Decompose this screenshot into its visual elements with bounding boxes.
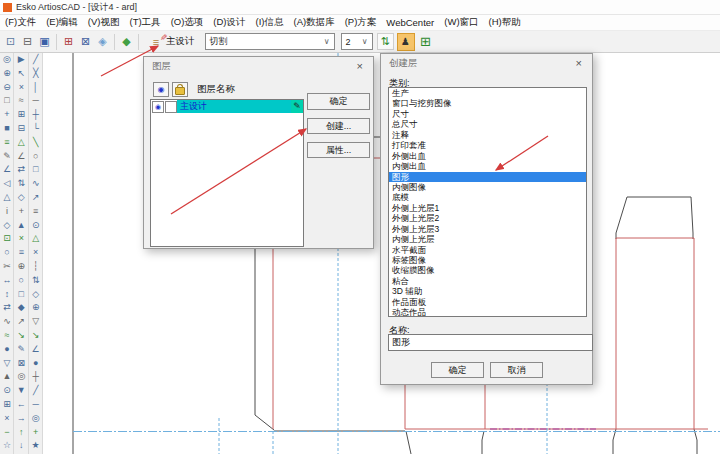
move-v-tool[interactable]: ↕ [0,288,14,302]
category-item-11[interactable]: 外侧上光层1 [389,203,586,213]
category-item-6[interactable]: 外侧出血 [389,151,586,161]
annotate-tool[interactable]: ✎ [0,150,14,164]
south-tool[interactable]: ▼ [14,384,28,398]
current-layer-button[interactable]: ≡ ✎ 主设计 [142,35,202,48]
layer-lock-checkbox[interactable] [165,101,177,113]
menu-project[interactable]: (P)方案 [340,16,382,29]
grid-tool[interactable]: ⊞ [0,398,14,412]
menu-webcenter[interactable]: WebCenter [381,17,439,28]
grid2-tool[interactable]: ┼ [29,370,43,384]
plus-tool[interactable]: + [29,426,43,440]
target-tool[interactable]: ⊙ [0,384,14,398]
hline2-tool[interactable]: ─ [29,398,43,412]
line-type-dropdown[interactable]: 切割 ∨ [205,33,335,50]
arrow-se2-tool[interactable]: ↘ [29,329,43,343]
category-item-9[interactable]: 内侧图像 [389,182,586,192]
edit-pen-icon[interactable]: ✎ [291,100,303,113]
save-icon[interactable]: ▣ [36,33,53,50]
menu-help[interactable]: (H)帮助 [484,16,526,29]
create-button[interactable]: 创建... [307,118,370,134]
hline-tool[interactable]: ─ [29,94,43,108]
category-item-4[interactable]: 注释 [389,130,586,140]
close-icon[interactable]: × [574,58,584,69]
layers-dialog-titlebar[interactable]: 图层 × [144,57,373,76]
pan-tool[interactable]: + [0,108,14,122]
ok-button[interactable]: 确定 [307,93,370,110]
category-item-1[interactable]: 窗口与挖剪图像 [389,98,586,108]
diamond2-tool[interactable]: ◇ [29,288,43,302]
rhombus-tool[interactable]: ◇ [14,191,28,205]
cut-tool[interactable]: × [29,246,43,260]
category-item-10[interactable]: 底模 [389,192,586,202]
cancel-button[interactable]: 取消 [490,362,543,378]
exchange-tool[interactable]: ⇄ [14,163,28,177]
frame-tool[interactable]: ⊡ [0,232,14,246]
zoom-out-tool[interactable]: ⊖ [0,81,14,95]
rotate-left-tool[interactable]: ◁ [0,177,14,191]
tri-down-tool[interactable]: ▽ [0,357,14,371]
pen-tool[interactable]: ✎ [14,343,28,357]
backslash-tool[interactable]: ╲ [29,136,43,150]
wave-tool[interactable]: ∿ [0,315,14,329]
layers-list[interactable]: ◉ 主设计 ✎ [150,99,304,247]
collapse-tool[interactable]: ⊟ [14,122,28,136]
category-item-5[interactable]: 打印套准 [389,140,586,150]
tri-up-tool[interactable]: ▲ [0,370,14,384]
arrow-ne-tool[interactable]: ↗ [14,315,28,329]
snap-toggle-icon[interactable]: ⇅ [377,33,394,50]
updown-tool[interactable]: ⇅ [29,274,43,288]
category-item-16[interactable]: 标签图像 [389,255,586,265]
erase-tool[interactable]: × [14,81,28,95]
layer-visible-checkbox[interactable]: ◉ [152,101,164,113]
list-tool[interactable]: ≡ [0,136,14,150]
sort-tool[interactable]: ⇅ [14,177,28,191]
layer-row[interactable]: ◉ 主设计 ✎ [151,100,303,113]
ring-tool[interactable]: ◎ [29,412,43,426]
print-icon[interactable]: ⊟ [19,33,36,50]
category-item-2[interactable]: 尺寸 [389,109,586,119]
cursor-tool[interactable]: ↖ [14,67,28,81]
standards-icon[interactable]: ◆ [118,33,135,50]
point-tool[interactable]: ● [29,357,43,371]
active-mode-icon[interactable]: ♟ [397,33,415,51]
minus-tool[interactable]: − [0,426,14,440]
right-tool[interactable]: → [14,412,28,426]
category-item-21[interactable]: 动态作品 [389,307,586,317]
vline-tool[interactable]: │ [29,81,43,95]
swap-tool[interactable]: ⇄ [0,301,14,315]
rect-tool[interactable]: □ [14,288,28,302]
show-all-button[interactable]: ◉ [153,82,169,97]
star2-tool[interactable]: ★ [29,439,43,453]
intersect-tool[interactable]: ┼ [29,108,43,122]
select-tool[interactable]: ▶ [14,53,28,67]
zoom-in-tool[interactable]: ⊕ [0,67,14,81]
category-item-15[interactable]: 水平截面 [389,245,586,255]
layer-name-input[interactable] [388,334,593,351]
down-tool[interactable]: ↓ [14,439,28,453]
menu-database[interactable]: (A)数据库 [289,16,340,29]
copy-region-icon[interactable]: ⊠ [77,33,94,50]
open-icon[interactable]: ⊡ [2,33,19,50]
category-item-14[interactable]: 内侧上光层 [389,234,586,244]
category-item-12[interactable]: 外侧上光层2 [389,213,586,223]
menu-design[interactable]: (D)设计 [208,16,250,29]
add-circle-tool[interactable]: ⊕ [14,260,28,274]
ripple-tool[interactable]: ≈ [14,94,28,108]
category-item-19[interactable]: 3D 辅助 [389,286,586,296]
rotate-tool[interactable]: △ [14,136,28,150]
table-view-icon[interactable]: ⊞ [417,33,435,50]
menu-options[interactable]: (O)选项 [166,16,209,29]
move-h-tool[interactable]: ↔ [0,274,14,288]
category-item-13[interactable]: 外侧上光层3 [389,224,586,234]
close-icon[interactable]: × [355,61,365,72]
pointage-dropdown[interactable]: 2 ∨ [341,33,373,50]
layer-name-cell[interactable]: 主设计 [177,100,291,113]
arrow-se-tool[interactable]: ↘ [14,329,28,343]
angle2-tool[interactable]: ∠ [29,343,43,357]
zoom-window-tool[interactable]: □ [0,94,14,108]
plus-circle-tool[interactable]: ⊕ [29,301,43,315]
ellipse-tool[interactable]: ○ [14,274,28,288]
arrow-tool[interactable]: ↗ [29,191,43,205]
scissors-tool[interactable]: ✂ [0,260,14,274]
center-circle-tool[interactable]: ⊙ [29,219,43,233]
